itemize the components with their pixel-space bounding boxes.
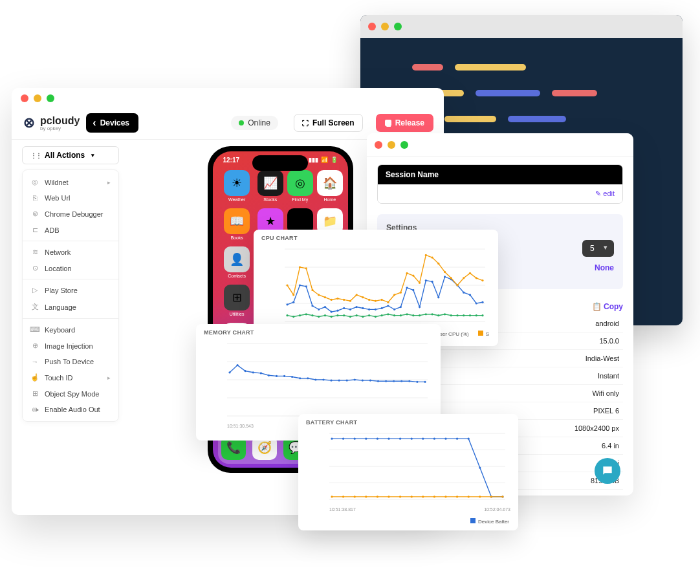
svg-point-77 (331, 316, 333, 318)
svg-point-167 (479, 495, 481, 497)
svg-point-148 (444, 438, 446, 440)
menu-icon: ⌨ (30, 325, 39, 334)
release-button[interactable]: ▲ Release (376, 114, 433, 132)
svg-point-40 (299, 266, 301, 268)
minimize-icon[interactable] (381, 23, 389, 30)
svg-point-125 (369, 380, 371, 382)
app-icon[interactable]: 📈Stocks (257, 170, 283, 202)
menu-label: Network (45, 248, 71, 256)
cpu-chart (285, 246, 485, 324)
svg-point-144 (399, 438, 401, 440)
svg-point-61 (431, 256, 433, 258)
svg-point-126 (377, 380, 379, 382)
svg-point-97 (456, 314, 458, 316)
menu-item-touch-id[interactable]: ☝Touch ID▸ (23, 369, 118, 386)
svg-point-100 (476, 314, 477, 316)
svg-point-55 (393, 294, 395, 296)
battery-chart-card: BATTERY CHART 10:51:38.81710:52:04.673 D… (298, 414, 518, 530)
settings-select[interactable]: 5 (582, 240, 614, 257)
devices-button[interactable]: Devices (86, 113, 138, 133)
menu-label: Language (45, 303, 76, 311)
svg-point-19 (368, 309, 370, 310)
svg-point-17 (356, 306, 358, 308)
menu-label: Location (45, 265, 72, 272)
app-icon[interactable]: ☀Weather (221, 170, 254, 202)
menu-label: Object Spy Mode (45, 390, 99, 398)
svg-point-13 (331, 310, 333, 312)
svg-point-151 (479, 466, 481, 468)
menu-label: Image Injection (45, 342, 93, 350)
close-icon[interactable] (368, 23, 376, 30)
svg-point-47 (343, 299, 345, 301)
svg-point-169 (501, 495, 503, 497)
menu-item-web-url[interactable]: ⎘Web Url (23, 190, 118, 206)
svg-point-31 (444, 276, 446, 278)
menu-item-location[interactable]: ⊙Location (23, 260, 118, 276)
app-icon[interactable]: ◎Find My (287, 170, 313, 202)
maximize-icon[interactable] (400, 141, 408, 149)
menu-label: ADB (45, 226, 60, 234)
actions-menu: ◎Wildnet▸⎘Web Url⊚Chrome Debugger⊏ADB≋Ne… (22, 169, 119, 422)
svg-point-90 (412, 314, 414, 316)
svg-point-99 (469, 314, 471, 316)
menu-label: Push To Device (45, 358, 94, 365)
close-icon[interactable] (21, 94, 28, 102)
session-name-header: Session Name (378, 165, 622, 184)
svg-point-65 (456, 284, 458, 286)
svg-point-119 (322, 378, 324, 380)
svg-point-164 (444, 495, 446, 497)
close-icon[interactable] (375, 141, 382, 149)
menu-item-object-spy-mode[interactable]: ⊞Object Spy Mode (23, 386, 118, 402)
menu-item-enable-audio-out[interactable]: 🕪Enable Audio Out (23, 402, 118, 417)
svg-point-50 (362, 296, 364, 298)
menu-item-wildnet[interactable]: ◎Wildnet▸ (23, 174, 118, 190)
menu-item-chrome-debugger[interactable]: ⊚Chrome Debugger (23, 206, 118, 222)
app-icon[interactable]: ⊞Utilities (221, 285, 254, 316)
menu-label: Touch ID (45, 374, 72, 382)
minimize-icon[interactable] (34, 94, 41, 102)
menu-item-adb[interactable]: ⊏ADB (23, 222, 118, 238)
svg-point-147 (433, 438, 435, 440)
menu-icon: → (30, 358, 39, 365)
fullscreen-button[interactable]: ⛶ Full Screen (294, 114, 363, 132)
menu-item-play-store[interactable]: ▷Play Store (23, 282, 118, 298)
svg-point-26 (412, 289, 414, 291)
svg-point-124 (362, 380, 364, 382)
svg-point-132 (424, 381, 426, 383)
svg-point-161 (411, 495, 413, 497)
svg-point-8 (299, 284, 301, 286)
app-icon[interactable]: 📖Books (221, 208, 254, 240)
status-label: Online (248, 118, 270, 127)
svg-point-54 (387, 301, 389, 303)
svg-point-49 (356, 294, 358, 296)
app-icon[interactable]: 🏠Home (317, 170, 343, 202)
svg-point-70 (286, 314, 288, 316)
svg-point-129 (400, 380, 402, 382)
svg-point-96 (450, 314, 452, 316)
chat-fab[interactable] (595, 458, 620, 484)
menu-item-keyboard[interactable]: ⌨Keyboard (23, 321, 118, 338)
menu-label: Web Url (45, 194, 71, 202)
svg-point-52 (375, 300, 377, 302)
svg-point-57 (406, 272, 408, 274)
menu-item-language[interactable]: 文Language (23, 298, 118, 316)
svg-point-42 (311, 289, 313, 291)
menu-item-image-injection[interactable]: ⊕Image Injection (23, 338, 118, 354)
maximize-icon[interactable] (47, 94, 54, 102)
chevron-right-icon: ▸ (107, 375, 111, 381)
edit-session-name[interactable]: ✎ edit (595, 190, 615, 197)
svg-point-154 (331, 495, 333, 497)
all-actions-dropdown[interactable]: All Actions (22, 146, 119, 164)
svg-point-20 (375, 309, 377, 310)
svg-point-85 (381, 314, 383, 316)
minimize-icon[interactable] (388, 141, 395, 149)
menu-item-network[interactable]: ≋Network (23, 244, 118, 260)
session-name-card: Session Name ✎ edit (377, 164, 623, 204)
svg-point-79 (343, 314, 345, 316)
menu-icon: ⊚ (30, 210, 39, 218)
status-online: Online (231, 116, 278, 130)
svg-point-38 (286, 284, 288, 286)
app-icon[interactable]: 👤Contacts (221, 246, 254, 278)
maximize-icon[interactable] (394, 23, 402, 30)
menu-item-push-to-device[interactable]: →Push To Device (23, 354, 118, 369)
